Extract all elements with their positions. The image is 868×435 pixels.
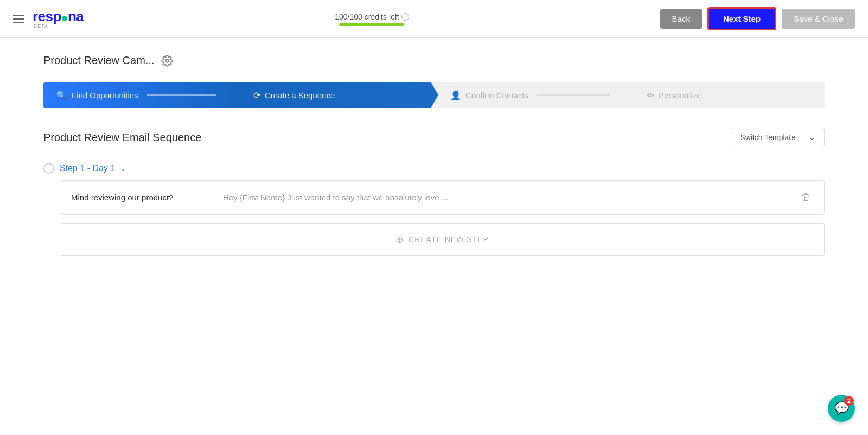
logo-beta: BETA (34, 23, 48, 29)
step-label-row: Step 1 - Day 1 ⌄ (43, 163, 825, 174)
edit-icon: ✏ (647, 90, 654, 100)
campaign-title: Product Review Cam... (43, 54, 155, 67)
search-icon: 🔍 (56, 90, 67, 100)
header-actions: Back Next Step Save & Close (660, 7, 855, 30)
credits-text: 100/100 credits left i (335, 12, 409, 21)
next-step-button[interactable]: Next Step (707, 7, 776, 30)
email-card[interactable]: Mind reviewing our product? Hey {First N… (60, 180, 825, 215)
step-chevron-icon[interactable]: ⌄ (120, 165, 126, 172)
credits-bar-fill (339, 23, 404, 26)
switch-template-label: Switch Template (740, 133, 795, 142)
create-step-label: CREATE NEW STEP (409, 235, 489, 244)
section-header: Product Review Email Sequence Switch Tem… (43, 128, 825, 154)
step3-label: Confirm Contacts (465, 91, 528, 100)
logo-text: respna (33, 9, 84, 23)
credits-section: 100/100 credits left i (335, 12, 409, 26)
step1-line (147, 94, 216, 96)
header-left: respna BETA (13, 9, 84, 29)
delete-icon[interactable]: 🗑 (799, 190, 813, 205)
switch-divider (802, 133, 802, 142)
step4-label: Personalize (659, 91, 701, 100)
switch-template-button[interactable]: Switch Template ⌄ (731, 128, 825, 147)
step-radio[interactable] (43, 163, 54, 174)
step-day-label[interactable]: Step 1 - Day 1 (60, 163, 115, 173)
chat-bubble[interactable]: 💬 2 (828, 395, 855, 422)
campaign-title-row: Product Review Cam... (43, 54, 825, 67)
back-button[interactable]: Back (660, 9, 702, 29)
step3-line (537, 94, 610, 96)
credits-info-icon[interactable]: i (401, 13, 409, 21)
chevron-down-icon: ⌄ (809, 133, 815, 142)
main-content: Product Review Cam... 🔍 Find Opportuniti… (0, 38, 868, 272)
header: respna BETA 100/100 credits left i Back … (0, 0, 868, 38)
svg-point-0 (165, 59, 169, 62)
logo: respna BETA (33, 9, 84, 29)
credits-bar (339, 23, 404, 26)
step2-label: Create a Sequence (265, 91, 335, 100)
step-create-sequence[interactable]: ⟳ Create a Sequence (234, 82, 431, 108)
step-personalize: ✏ Personalize (628, 82, 825, 108)
logo-dot (62, 16, 67, 21)
hamburger-icon[interactable] (13, 15, 24, 23)
gear-icon[interactable] (161, 55, 173, 67)
create-new-step-button[interactable]: ⊕ CREATE NEW STEP (60, 223, 825, 256)
email-preview: Hey {First Name},Just wanted to say that… (223, 193, 448, 202)
step1-label: Find Opportunities (72, 91, 138, 100)
refresh-icon: ⟳ (253, 90, 260, 100)
chat-badge: 2 (844, 396, 854, 406)
step-find-opportunities[interactable]: 🔍 Find Opportunities (43, 82, 234, 108)
email-card-content: Mind reviewing our product? Hey {First N… (71, 193, 799, 202)
credits-value: 100/100 credits left (335, 12, 399, 21)
section-title: Product Review Email Sequence (43, 131, 201, 144)
email-subject: Mind reviewing our product? (71, 193, 223, 202)
progress-steps: 🔍 Find Opportunities ⟳ Create a Sequence… (43, 82, 825, 108)
person-icon: 👤 (450, 90, 461, 100)
plus-circle-icon: ⊕ (395, 234, 404, 245)
save-close-button[interactable]: Save & Close (782, 9, 855, 29)
step-confirm-contacts: 👤 Confirm Contacts (431, 82, 628, 108)
